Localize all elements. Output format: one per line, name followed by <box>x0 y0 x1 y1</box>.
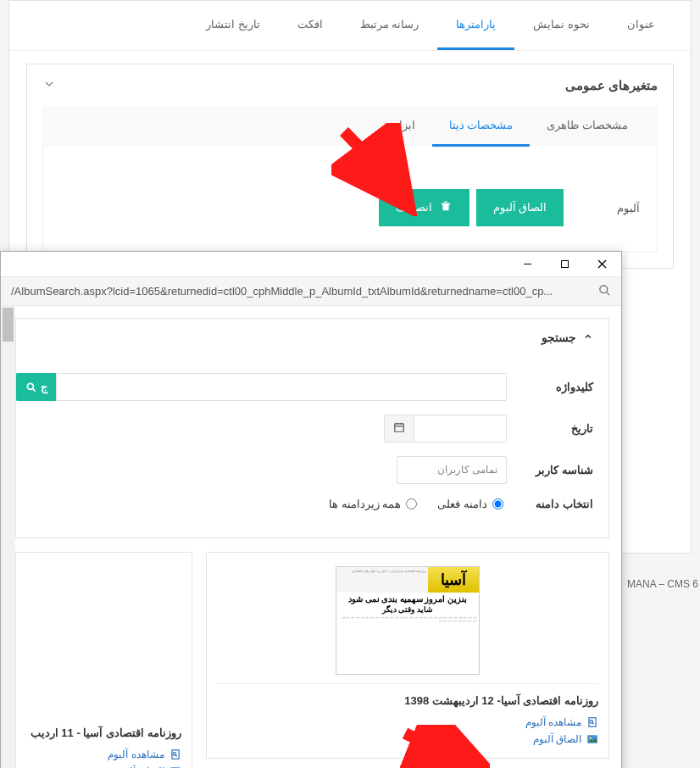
caret-up-icon <box>583 331 593 344</box>
trash-icon <box>439 199 453 216</box>
window-titlebar <box>1 252 621 277</box>
keyword-input[interactable] <box>56 373 507 401</box>
document-icon <box>169 749 181 760</box>
date-label: تاریخ <box>517 422 593 435</box>
domain-current-radio[interactable] <box>492 498 503 509</box>
domain-label: انتخاب دامنه <box>517 498 593 510</box>
document-icon <box>586 716 598 728</box>
user-label: شناسه کاربر <box>517 464 593 476</box>
svg-rect-9 <box>395 424 404 431</box>
svg-point-7 <box>27 383 33 389</box>
result-card-1: آسیا روزنامه اقتصادی صبح ایران - اخبار و… <box>206 552 609 759</box>
subtab-data[interactable]: مشخصات دیتا <box>432 106 531 147</box>
search-title: جستجو <box>542 331 576 344</box>
minimize-button[interactable] <box>514 255 540 274</box>
result-title-2: روزنامه اقتصادی آسیا - 11 اردیب <box>16 716 181 746</box>
svg-line-15 <box>592 723 594 725</box>
subtab-tool[interactable]: ابزار <box>377 106 432 147</box>
close-button[interactable] <box>589 255 614 274</box>
address-bar: /AlbumSearch.aspx?lcid=1065&returnedid=c… <box>1 277 621 306</box>
svg-point-17 <box>590 737 592 739</box>
subtab-visual[interactable]: مشخصات ظاهری <box>530 106 645 147</box>
scrollbar[interactable] <box>1 306 15 768</box>
domain-all-option[interactable]: همه زیردامنه ها <box>329 498 417 510</box>
user-select[interactable] <box>397 456 507 484</box>
thumb-body: متن متن متن متن متن متن متن متن متن متن … <box>336 614 479 661</box>
chevron-down-icon <box>42 77 56 93</box>
svg-line-21 <box>175 755 177 757</box>
cancel-button[interactable]: انصراف <box>379 189 469 226</box>
domain-current-option[interactable]: دامنه فعلی <box>437 498 503 510</box>
search-panel-header[interactable]: جستجو <box>16 319 608 356</box>
domain-all-label: همه زیردامنه ها <box>329 498 401 510</box>
url-text: /AlbumSearch.aspx?lcid=1065&returnedid=c… <box>11 285 592 298</box>
view-album-label-1: مشاهده آلبوم <box>525 716 581 728</box>
attach-album-link-1[interactable]: الصاق آلبوم <box>217 731 598 748</box>
album-label: آلبوم <box>597 202 640 214</box>
result-card-2: روزنامه اقتصادی آسیا - 11 اردیب مشاهده آ… <box>15 552 192 768</box>
maximize-button[interactable] <box>552 255 577 274</box>
brand-footer: MANA – CMS 6 <box>627 578 698 590</box>
domain-current-label: دامنه فعلی <box>437 498 487 510</box>
thumb-headline-2: شاید وقتی دیگر <box>336 605 479 614</box>
tab-params[interactable]: پارامترها <box>437 1 514 50</box>
svg-point-5 <box>600 285 608 292</box>
image-icon <box>586 733 598 745</box>
album-thumbnail[interactable]: آسیا روزنامه اقتصادی صبح ایران - اخبار و… <box>336 566 480 675</box>
thumb-side: روزنامه اقتصادی صبح ایران - اخبار و تحلی… <box>336 567 428 593</box>
tab-title[interactable]: عنوان <box>608 1 674 50</box>
tab-effect[interactable]: افکت <box>279 1 342 50</box>
attach-album-link-2[interactable]: الصاق آلبوم <box>16 763 181 768</box>
date-picker-button[interactable] <box>384 415 414 442</box>
tab-media[interactable]: رسانه مرتبط <box>342 1 438 50</box>
thumb-headline-1: بنزین امروز سهمیه بندی نمی شود <box>336 593 479 605</box>
thumb-logo: آسیا <box>428 567 479 593</box>
main-tabs: عنوان نحوه نمایش پارامترها رسانه مرتبط ا… <box>9 1 691 51</box>
view-album-link-2[interactable]: مشاهده آلبوم <box>16 746 181 763</box>
tab-publish[interactable]: تاریخ انتشار <box>187 1 279 50</box>
tab-display[interactable]: نحوه نمایش <box>514 1 608 50</box>
album-search-popup: /AlbumSearch.aspx?lcid=1065&returnedid=c… <box>0 251 622 768</box>
attach-album-label-1: الصاق آلبوم <box>533 733 581 745</box>
svg-line-8 <box>33 388 36 391</box>
date-input[interactable] <box>414 415 507 442</box>
svg-line-6 <box>606 292 609 295</box>
search-submit-button[interactable]: ج <box>16 373 56 401</box>
search-panel: جستجو کلیدواژه ج تاری <box>15 318 609 538</box>
view-album-label-2: مشاهده آلبوم <box>108 749 164 760</box>
domain-all-radio[interactable] <box>406 498 417 509</box>
search-addon-label: ج <box>41 381 47 393</box>
sub-tabs: مشخصات ظاهری مشخصات دیتا ابزار <box>42 106 658 147</box>
svg-rect-2 <box>561 261 568 268</box>
view-album-link-1[interactable]: مشاهده آلبوم <box>217 714 598 731</box>
result-title-1: روزنامه اقتصادی آسیا- 12 اردیبهشت 1398 <box>217 683 598 714</box>
section-header[interactable]: متغیرهای عمومی <box>27 64 673 106</box>
cancel-label: انصراف <box>396 201 432 214</box>
keyword-label: کلیدواژه <box>517 381 593 393</box>
attach-album-button[interactable]: الصاق آلبوم <box>476 189 564 226</box>
search-url-icon[interactable] <box>598 284 611 299</box>
section-title: متغیرهای عمومی <box>565 78 658 93</box>
scrollbar-thumb[interactable] <box>3 308 14 342</box>
calendar-icon <box>393 421 405 436</box>
